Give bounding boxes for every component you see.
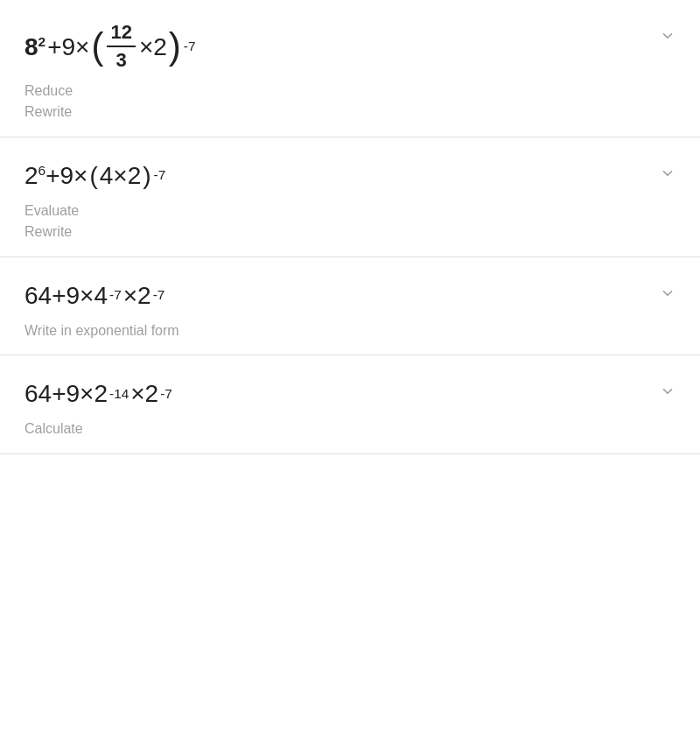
step-2-label-1: Rewrite [24,222,676,242]
fraction-numerator: 12 [107,21,135,47]
step-2-label-0: Evaluate [24,201,676,221]
expr-2-lparen: ( [89,158,97,193]
math-expression-3: 64+9×4 -7 ×2 -7 [24,278,676,313]
step-1-label-0: Reduce [24,81,676,101]
chevron-button-4[interactable] [656,380,679,407]
expr-4-times2: ×2 [130,376,158,411]
expr-1-plus: +9× [47,30,89,64]
step-1-labels: Reduce Rewrite [24,81,676,123]
step-1-label-1: Rewrite [24,102,676,122]
expr-3-times2: ×2 [123,278,151,313]
step-1: 82 +9× ( 12 3 ×2 ) -7 Reduce Rewrite [0,0,700,137]
chevron-button-2[interactable] [656,162,679,189]
expr-1-rparen: ) [169,28,181,65]
chevron-button-1[interactable] [656,25,679,52]
expr-1-base: 82 [24,30,46,64]
step-2: 26+9× ( 4×2 ) -7 Evaluate Rewrite [0,137,700,257]
step-4: 64+9×2 -14 ×2 -7 Calculate [0,355,700,454]
step-4-label-0: Calculate [24,419,676,439]
expr-1-fraction: 12 3 [107,21,135,73]
step-2-labels: Evaluate Rewrite [24,201,676,242]
expr-1-lparen: ( [91,28,103,65]
step-3: 64+9×4 -7 ×2 -7 Write in exponential for… [0,257,700,356]
expr-4-64: 64+9×2 [24,376,108,411]
math-expression-4: 64+9×2 -14 ×2 -7 [24,376,676,411]
fraction-denominator: 3 [113,47,130,72]
expr-2-rparen: ) [143,158,150,193]
expr-2-2pow6: 26+9× [24,158,88,193]
math-expression-2: 26+9× ( 4×2 ) -7 [24,158,676,193]
step-4-labels: Calculate [24,419,676,439]
expr-3-64: 64+9×4 [24,278,108,313]
expr-2-inner: 4×2 [100,158,142,193]
math-expression-1: 82 +9× ( 12 3 ×2 ) -7 [24,21,676,73]
step-3-labels: Write in exponential form [24,321,676,341]
expr-1-times2: ×2 [139,30,167,64]
chevron-button-3[interactable] [656,282,679,309]
step-3-label-0: Write in exponential form [24,321,676,341]
